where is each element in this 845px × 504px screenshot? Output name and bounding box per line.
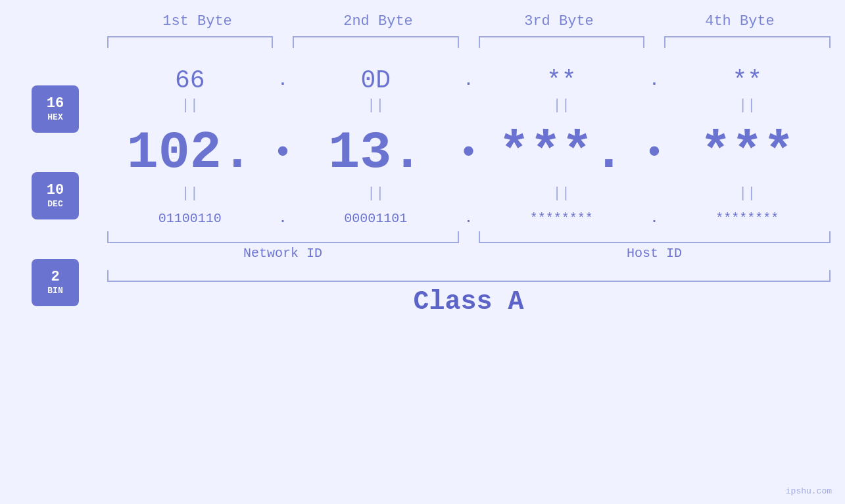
bin-badge-num: 2: [51, 269, 59, 286]
hex-dot-1: .: [273, 72, 293, 89]
eq-2-1: ||: [107, 185, 274, 202]
eq-1-3: ||: [479, 97, 645, 114]
eq-1-2: ||: [293, 97, 459, 114]
class-bracket: [107, 270, 831, 282]
hex-badge-num: 16: [47, 95, 64, 112]
main-grid: 1st Byte 2nd Byte 3rd Byte 4th Byte 66 .…: [107, 13, 831, 497]
eq-1-1: ||: [107, 97, 274, 114]
bottom-bracket-container: Network ID Host ID: [107, 231, 831, 261]
byte-header-2: 2nd Byte: [288, 13, 469, 30]
bin-val-2: 00001101: [293, 211, 459, 226]
bin-val-4: ********: [664, 211, 831, 226]
top-bracket-4: [664, 36, 831, 48]
host-id-label: Host ID: [479, 246, 831, 261]
byte-headers: 1st Byte 2nd Byte 3rd Byte 4th Byte: [107, 13, 831, 30]
dec-val-1: 102.: [107, 123, 274, 183]
bin-dot-3: .: [644, 211, 664, 226]
bin-row: 01100110 . 00001101 . ******** . *******…: [107, 211, 831, 226]
byte-header-1: 1st Byte: [107, 13, 288, 30]
eq-2-2: ||: [293, 185, 459, 202]
eq-row-2: || || || ||: [107, 185, 831, 202]
top-bracket-2: [293, 36, 459, 48]
dec-dot-1: •: [273, 134, 293, 172]
eq-1-4: ||: [664, 97, 831, 114]
main-container: 16 HEX 10 DEC 2 BIN 1st Byte 2nd Byte 3r…: [0, 0, 845, 504]
dec-dot-3: •: [644, 134, 664, 172]
top-bracket-1: [107, 36, 274, 48]
watermark: ipshu.com: [786, 486, 832, 496]
bin-dot-1: .: [273, 211, 293, 226]
hex-badge-label: HEX: [47, 112, 62, 123]
bottom-brackets: [107, 231, 831, 243]
top-bracket-3: [479, 36, 645, 48]
dec-row: 102. • 13. • ***. • ***: [107, 123, 831, 183]
eq-2-3: ||: [479, 185, 645, 202]
hex-val-1: 66: [107, 66, 274, 95]
hex-dot-3: .: [644, 72, 664, 89]
class-label: Class A: [107, 287, 831, 317]
class-bracket-container: Class A: [107, 266, 831, 317]
bin-dot-2: .: [459, 211, 479, 226]
dec-badge-label: DEC: [47, 199, 62, 210]
badges-column: 16 HEX 10 DEC 2 BIN: [32, 85, 79, 306]
hex-row: 66 . 0D . ** . **: [107, 66, 831, 95]
byte-header-4: 4th Byte: [650, 13, 831, 30]
top-bracket-row: [107, 36, 831, 48]
hex-val-4: **: [664, 66, 831, 95]
byte-header-3: 3rd Byte: [469, 13, 650, 30]
network-id-label: Network ID: [107, 246, 459, 261]
dec-dot-2: •: [459, 134, 479, 172]
dec-badge-num: 10: [47, 182, 64, 199]
hex-dot-2: .: [459, 72, 479, 89]
dec-badge: 10 DEC: [32, 172, 79, 219]
bin-badge: 2 BIN: [32, 259, 79, 306]
host-id-bracket: [479, 231, 831, 243]
bin-val-1: 01100110: [107, 211, 274, 226]
eq-row-1: || || || ||: [107, 97, 831, 114]
hex-val-3: **: [479, 66, 645, 95]
hex-val-2: 0D: [293, 66, 459, 95]
dec-val-4: ***: [664, 123, 831, 183]
eq-2-4: ||: [664, 185, 831, 202]
label-gap: [459, 246, 479, 261]
network-id-bracket: [107, 231, 459, 243]
hex-badge: 16 HEX: [32, 85, 79, 133]
dec-val-2: 13.: [293, 123, 459, 183]
bin-val-3: ********: [479, 211, 645, 226]
dec-val-3: ***.: [479, 123, 645, 183]
bin-badge-label: BIN: [47, 286, 62, 296]
id-labels: Network ID Host ID: [107, 246, 831, 261]
